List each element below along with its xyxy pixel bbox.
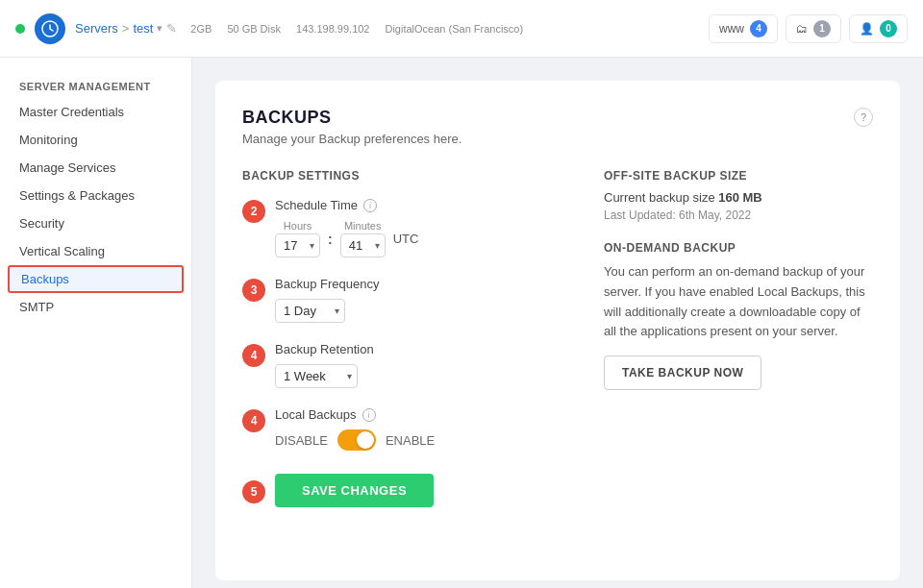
save-changes-button[interactable]: SAVE CHANGES [275, 474, 434, 507]
local-backups-row: 4 Local Backups i DISABLE [242, 407, 565, 451]
step-5-circle: 5 [242, 480, 265, 503]
server-provider: DigitalOcean (San Francisco) [385, 23, 523, 35]
disable-label: DISABLE [275, 433, 328, 448]
content-area: BACKUPS Manage your Backup preferences h… [192, 58, 923, 588]
backup-size-text: Current backup size 160 MB [604, 190, 873, 205]
users-count: 0 [880, 20, 897, 37]
breadcrumb: Servers > test ▾ ✎ [75, 21, 177, 36]
schedule-time-label: Schedule Time i [275, 198, 565, 212]
toggle-knob [357, 431, 374, 449]
breadcrumb-servers[interactable]: Servers [75, 21, 118, 36]
backup-retention-label: Backup Retention [275, 342, 565, 356]
step-3-circle: 3 [242, 279, 265, 302]
local-backups-toggle[interactable] [337, 429, 376, 451]
local-backups-label: Local Backups i [275, 407, 565, 422]
sidebar-item-security[interactable]: Security [0, 209, 191, 237]
topbar-left: Servers > test ▾ ✎ 2GB 50 GB Disk 143.19… [15, 13, 523, 44]
server-meta: 2GB 50 GB Disk 143.198.99.102 DigitalOce… [190, 23, 523, 35]
topbar-right: www 4 🗂 1 👤 0 [709, 14, 908, 43]
sidebar-item-monitoring[interactable]: Monitoring [0, 126, 191, 154]
www-label: www [719, 22, 744, 36]
two-col-layout: BACKUP SETTINGS 2 Schedule Time i Hours [242, 169, 873, 507]
schedule-time-row: 2 Schedule Time i Hours [242, 198, 565, 257]
sidebar-item-manage-services[interactable]: Manage Services [0, 154, 191, 182]
step-2-circle: 2 [242, 200, 265, 223]
retention-select-wrapper: 1 Week2 Weeks1 Month3 Months [275, 364, 358, 388]
page-subtitle: Manage your Backup preferences here. [242, 132, 462, 146]
chevron-down-icon[interactable]: ▾ [157, 22, 162, 35]
hours-select-wrapper: 17000102 03040506 07080910 11121314 1516… [275, 233, 320, 257]
server-disk: 50 GB Disk [227, 23, 281, 35]
files-badge[interactable]: 🗂 1 [786, 14, 841, 43]
local-backups-content: Local Backups i DISABLE ENABLE [275, 407, 565, 451]
hours-select[interactable]: 17000102 03040506 07080910 11121314 1516… [275, 233, 320, 257]
backup-retention-content: Backup Retention 1 Week2 Weeks1 Month3 M… [275, 342, 565, 388]
on-demand-title: ON-DEMAND BACKUP [604, 241, 873, 255]
status-dot [15, 24, 25, 34]
users-badge[interactable]: 👤 0 [849, 14, 908, 43]
backup-size-value: 160 MB [718, 190, 762, 205]
sidebar-item-settings[interactable]: Settings & Packages [0, 182, 191, 209]
left-col: BACKUP SETTINGS 2 Schedule Time i Hours [242, 169, 565, 507]
schedule-time-info-icon[interactable]: i [363, 199, 377, 212]
topbar: Servers > test ▾ ✎ 2GB 50 GB Disk 143.19… [0, 0, 923, 58]
save-row: 5 SAVE CHANGES [242, 474, 565, 507]
offsite-title: OFF-SITE BACKUP SIZE [604, 169, 873, 183]
minutes-select[interactable]: 41000510 15202530 35404550 55 [340, 233, 386, 257]
frequency-select[interactable]: 1 Day2 Days3 Days7 Days [275, 299, 345, 323]
www-badge[interactable]: www 4 [709, 14, 778, 43]
logo [35, 13, 65, 44]
minutes-label: Minutes [344, 220, 382, 232]
users-icon: 👤 [860, 22, 874, 36]
hours-label: Hours [284, 220, 312, 232]
main-layout: Server Management Master Credentials Mon… [0, 58, 923, 588]
right-col: OFF-SITE BACKUP SIZE Current backup size… [604, 169, 873, 507]
sidebar-item-backups[interactable]: Backups [8, 265, 184, 293]
sidebar-item-vertical-scaling[interactable]: Vertical Scaling [0, 237, 191, 265]
last-updated: Last Updated: 6th May, 2022 [604, 208, 873, 222]
toggle-row: DISABLE ENABLE [275, 429, 565, 451]
time-row: Hours 17000102 03040506 07080910 1112131… [275, 220, 565, 257]
backup-retention-row: 4 Backup Retention 1 Week2 Weeks1 Month3… [242, 342, 565, 388]
backup-frequency-label: Backup Frequency [275, 277, 565, 291]
minutes-select-wrapper: 41000510 15202530 35404550 55 [340, 233, 386, 257]
www-count: 4 [750, 20, 767, 37]
files-count: 1 [813, 20, 831, 37]
server-ram: 2GB [190, 23, 212, 35]
server-ip: 143.198.99.102 [296, 23, 369, 35]
help-icon[interactable]: ? [854, 108, 873, 127]
retention-select[interactable]: 1 Week2 Weeks1 Month3 Months [275, 364, 358, 388]
time-separator: : [328, 232, 333, 247]
on-demand-text: You can perform an on-demand backup of y… [604, 262, 873, 342]
step-4b-circle: 4 [242, 409, 265, 432]
breadcrumb-sep: > [122, 21, 130, 36]
edit-icon[interactable]: ✎ [166, 21, 177, 36]
frequency-select-wrapper: 1 Day2 Days3 Days7 Days [275, 299, 345, 323]
sidebar-item-master-credentials[interactable]: Master Credentials [0, 98, 191, 126]
files-icon: 🗂 [796, 22, 808, 36]
backup-settings-title: BACKUP SETTINGS [242, 169, 565, 183]
sidebar-item-smtp[interactable]: SMTP [0, 293, 191, 321]
sidebar-section-title: Server Management [0, 73, 191, 98]
content-card: BACKUPS Manage your Backup preferences h… [215, 81, 900, 580]
utc-label: UTC [393, 232, 419, 246]
backup-frequency-content: Backup Frequency 1 Day2 Days3 Days7 Days [275, 277, 565, 323]
breadcrumb-test[interactable]: test [133, 21, 153, 36]
enable-label: ENABLE [386, 433, 435, 448]
step-4a-circle: 4 [242, 344, 265, 367]
schedule-time-content: Schedule Time i Hours 17000102 0304 [275, 198, 565, 257]
page-title: BACKUPS [242, 108, 462, 128]
local-backups-info-icon[interactable]: i [362, 408, 376, 422]
backup-frequency-row: 3 Backup Frequency 1 Day2 Days3 Days7 Da… [242, 277, 565, 323]
take-backup-button[interactable]: TAKE BACKUP NOW [604, 355, 761, 390]
sidebar: Server Management Master Credentials Mon… [0, 58, 192, 588]
